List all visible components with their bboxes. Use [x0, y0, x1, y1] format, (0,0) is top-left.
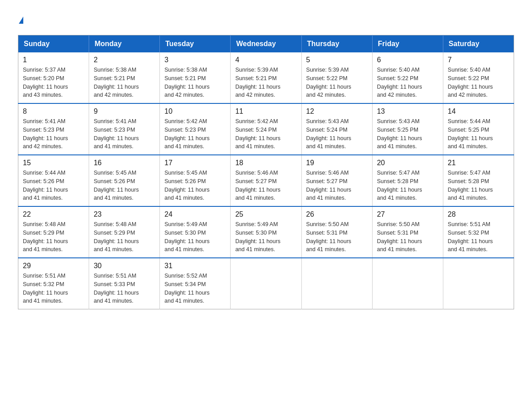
calendar-cell: 12 Sunrise: 5:43 AM Sunset: 5:24 PM Dayl…: [301, 103, 372, 155]
day-number: 26: [306, 210, 368, 218]
day-number: 24: [164, 210, 226, 218]
calendar-cell: 19 Sunrise: 5:46 AM Sunset: 5:27 PM Dayl…: [301, 155, 372, 206]
day-info: Sunrise: 5:40 AM Sunset: 5:22 PM Dayligh…: [448, 66, 509, 99]
calendar-cell: 4 Sunrise: 5:39 AM Sunset: 5:21 PM Dayli…: [231, 52, 301, 103]
calendar-table: SundayMondayTuesdayWednesdayThursdayFrid…: [18, 35, 514, 309]
calendar-day-header: Sunday: [18, 35, 89, 53]
day-info: Sunrise: 5:40 AM Sunset: 5:22 PM Dayligh…: [377, 66, 438, 99]
calendar-cell: 24 Sunrise: 5:49 AM Sunset: 5:30 PM Dayl…: [160, 206, 231, 258]
day-info: Sunrise: 5:51 AM Sunset: 5:32 PM Dayligh…: [448, 220, 509, 254]
day-info: Sunrise: 5:46 AM Sunset: 5:27 PM Dayligh…: [235, 169, 296, 202]
calendar-cell: 29 Sunrise: 5:51 AM Sunset: 5:32 PM Dayl…: [18, 258, 89, 309]
calendar-cell: [301, 258, 372, 309]
calendar-cell: [231, 258, 301, 309]
day-number: 16: [94, 159, 155, 167]
day-number: 18: [235, 159, 296, 167]
calendar-cell: [443, 258, 514, 309]
calendar-cell: 26 Sunrise: 5:50 AM Sunset: 5:31 PM Dayl…: [301, 206, 372, 258]
day-number: 23: [94, 210, 155, 218]
day-info: Sunrise: 5:41 AM Sunset: 5:23 PM Dayligh…: [94, 117, 155, 151]
calendar-cell: 22 Sunrise: 5:48 AM Sunset: 5:29 PM Dayl…: [18, 206, 89, 258]
day-number: 10: [164, 107, 226, 116]
calendar-day-header: Monday: [89, 35, 160, 53]
day-number: 31: [164, 262, 226, 270]
day-number: 8: [23, 107, 84, 116]
day-info: Sunrise: 5:48 AM Sunset: 5:29 PM Dayligh…: [94, 220, 155, 254]
calendar-cell: 11 Sunrise: 5:42 AM Sunset: 5:24 PM Dayl…: [231, 103, 301, 155]
day-info: Sunrise: 5:52 AM Sunset: 5:34 PM Dayligh…: [164, 272, 226, 305]
day-info: Sunrise: 5:37 AM Sunset: 5:20 PM Dayligh…: [23, 66, 84, 99]
calendar-cell: 31 Sunrise: 5:52 AM Sunset: 5:34 PM Dayl…: [160, 258, 231, 309]
calendar-cell: 7 Sunrise: 5:40 AM Sunset: 5:22 PM Dayli…: [443, 52, 514, 103]
calendar-cell: 2 Sunrise: 5:38 AM Sunset: 5:21 PM Dayli…: [89, 52, 160, 103]
calendar-cell: 17 Sunrise: 5:45 AM Sunset: 5:26 PM Dayl…: [160, 155, 231, 206]
day-info: Sunrise: 5:47 AM Sunset: 5:28 PM Dayligh…: [448, 169, 509, 202]
day-number: 22: [23, 210, 84, 218]
day-info: Sunrise: 5:39 AM Sunset: 5:21 PM Dayligh…: [235, 66, 296, 99]
day-number: 3: [164, 56, 226, 64]
calendar-cell: 13 Sunrise: 5:43 AM Sunset: 5:25 PM Dayl…: [372, 103, 443, 155]
calendar-cell: 18 Sunrise: 5:46 AM Sunset: 5:27 PM Dayl…: [231, 155, 301, 206]
day-number: 30: [94, 262, 155, 270]
day-info: Sunrise: 5:49 AM Sunset: 5:30 PM Dayligh…: [235, 220, 296, 254]
calendar-cell: 14 Sunrise: 5:44 AM Sunset: 5:25 PM Dayl…: [443, 103, 514, 155]
calendar-cell: 16 Sunrise: 5:45 AM Sunset: 5:26 PM Dayl…: [89, 155, 160, 206]
calendar-day-header: Wednesday: [231, 35, 301, 53]
day-number: 7: [448, 56, 509, 64]
day-info: Sunrise: 5:43 AM Sunset: 5:25 PM Dayligh…: [377, 117, 438, 151]
calendar-cell: 21 Sunrise: 5:47 AM Sunset: 5:28 PM Dayl…: [443, 155, 514, 206]
day-info: Sunrise: 5:41 AM Sunset: 5:23 PM Dayligh…: [23, 117, 84, 151]
day-info: Sunrise: 5:51 AM Sunset: 5:32 PM Dayligh…: [23, 272, 84, 305]
day-number: 19: [306, 159, 368, 167]
calendar-cell: 20 Sunrise: 5:47 AM Sunset: 5:28 PM Dayl…: [372, 155, 443, 206]
day-info: Sunrise: 5:44 AM Sunset: 5:26 PM Dayligh…: [23, 169, 84, 202]
calendar-cell: 6 Sunrise: 5:40 AM Sunset: 5:22 PM Dayli…: [372, 52, 443, 103]
calendar-cell: 9 Sunrise: 5:41 AM Sunset: 5:23 PM Dayli…: [89, 103, 160, 155]
calendar-cell: 23 Sunrise: 5:48 AM Sunset: 5:29 PM Dayl…: [89, 206, 160, 258]
day-number: 28: [448, 210, 509, 218]
day-info: Sunrise: 5:42 AM Sunset: 5:23 PM Dayligh…: [164, 117, 226, 151]
day-info: Sunrise: 5:50 AM Sunset: 5:31 PM Dayligh…: [377, 220, 438, 254]
day-number: 27: [377, 210, 438, 218]
day-info: Sunrise: 5:50 AM Sunset: 5:31 PM Dayligh…: [306, 220, 368, 254]
day-number: 17: [164, 159, 226, 167]
day-info: Sunrise: 5:38 AM Sunset: 5:21 PM Dayligh…: [94, 66, 155, 99]
day-number: 5: [306, 56, 368, 64]
calendar-cell: 25 Sunrise: 5:49 AM Sunset: 5:30 PM Dayl…: [231, 206, 301, 258]
day-number: 13: [377, 107, 438, 116]
calendar-cell: 3 Sunrise: 5:38 AM Sunset: 5:21 PM Dayli…: [160, 52, 231, 103]
day-number: 2: [94, 56, 155, 64]
day-number: 9: [94, 107, 155, 116]
day-info: Sunrise: 5:38 AM Sunset: 5:21 PM Dayligh…: [164, 66, 226, 99]
day-number: 1: [23, 56, 84, 64]
calendar-day-header: Friday: [372, 35, 443, 53]
day-info: Sunrise: 5:42 AM Sunset: 5:24 PM Dayligh…: [235, 117, 296, 151]
day-number: 29: [23, 262, 84, 270]
calendar-cell: 28 Sunrise: 5:51 AM Sunset: 5:32 PM Dayl…: [443, 206, 514, 258]
logo: [18, 13, 23, 26]
calendar-week-row: 29 Sunrise: 5:51 AM Sunset: 5:32 PM Dayl…: [18, 258, 514, 309]
day-info: Sunrise: 5:47 AM Sunset: 5:28 PM Dayligh…: [377, 169, 438, 202]
day-info: Sunrise: 5:39 AM Sunset: 5:22 PM Dayligh…: [306, 66, 368, 99]
day-number: 12: [306, 107, 368, 116]
calendar-week-row: 22 Sunrise: 5:48 AM Sunset: 5:29 PM Dayl…: [18, 206, 514, 258]
calendar-week-row: 15 Sunrise: 5:44 AM Sunset: 5:26 PM Dayl…: [18, 155, 514, 206]
calendar-cell: 15 Sunrise: 5:44 AM Sunset: 5:26 PM Dayl…: [18, 155, 89, 206]
day-info: Sunrise: 5:46 AM Sunset: 5:27 PM Dayligh…: [306, 169, 368, 202]
calendar-day-header: Tuesday: [160, 35, 231, 53]
day-number: 20: [377, 159, 438, 167]
page-header: [18, 13, 514, 26]
calendar-cell: 5 Sunrise: 5:39 AM Sunset: 5:22 PM Dayli…: [301, 52, 372, 103]
day-info: Sunrise: 5:48 AM Sunset: 5:29 PM Dayligh…: [23, 220, 84, 254]
day-number: 21: [448, 159, 509, 167]
calendar-cell: 30 Sunrise: 5:51 AM Sunset: 5:33 PM Dayl…: [89, 258, 160, 309]
day-number: 11: [235, 107, 296, 116]
calendar-day-header: Thursday: [301, 35, 372, 53]
day-info: Sunrise: 5:49 AM Sunset: 5:30 PM Dayligh…: [164, 220, 226, 254]
logo-triangle-icon: [19, 17, 23, 24]
day-info: Sunrise: 5:45 AM Sunset: 5:26 PM Dayligh…: [94, 169, 155, 202]
day-number: 14: [448, 107, 509, 116]
day-number: 6: [377, 56, 438, 64]
day-info: Sunrise: 5:44 AM Sunset: 5:25 PM Dayligh…: [448, 117, 509, 151]
calendar-cell: 27 Sunrise: 5:50 AM Sunset: 5:31 PM Dayl…: [372, 206, 443, 258]
